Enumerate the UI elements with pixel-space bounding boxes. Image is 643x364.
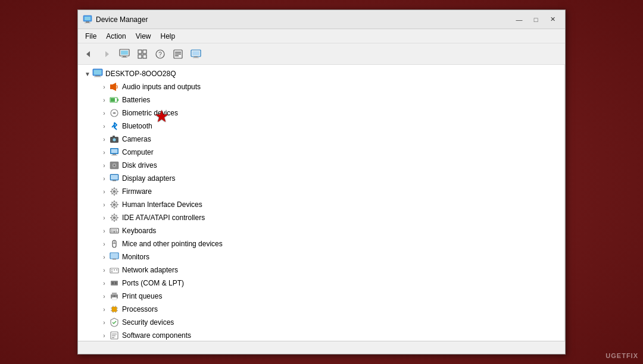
tree-item[interactable]: ›Display adapters (80, 172, 564, 185)
tree-item[interactable]: ›Batteries (80, 93, 564, 106)
menu-help[interactable]: Help (156, 31, 180, 42)
expand-chevron[interactable]: › (99, 306, 109, 313)
status-bar (78, 341, 565, 354)
tree-item[interactable]: ›Firmware (80, 185, 564, 198)
device-category-icon (109, 121, 120, 131)
svg-rect-46 (113, 180, 116, 181)
device-category-label: Bluetooth (122, 122, 152, 130)
monitor-icon (191, 49, 201, 59)
tree-item[interactable]: ›Mice and other pointing devices (80, 237, 564, 250)
minimize-button[interactable]: — (511, 14, 527, 26)
svg-rect-8 (123, 56, 126, 57)
menu-file[interactable]: File (80, 31, 101, 42)
tree-panel[interactable]: ▼ DESKTOP-8OOO28Q ›Audio inputs and outp… (78, 65, 565, 341)
expand-chevron[interactable]: › (99, 267, 109, 274)
expand-chevron[interactable]: › (99, 332, 109, 339)
forward-button[interactable] (98, 46, 115, 62)
device-category-label: Human Interface Devices (122, 200, 202, 209)
expand-chevron[interactable]: › (99, 84, 109, 90)
tree-item[interactable]: ›Audio inputs and outputs (80, 80, 564, 93)
svg-rect-54 (111, 230, 113, 231)
tree-item[interactable]: ›Biometric devices (80, 106, 564, 120)
device-category-label: Processors (122, 305, 158, 313)
tree-item[interactable]: ›Print queues (80, 290, 564, 303)
menu-view[interactable]: View (131, 31, 156, 42)
device-button[interactable] (188, 46, 204, 62)
back-button[interactable] (80, 46, 97, 62)
svg-rect-72 (112, 282, 114, 284)
tree-item[interactable]: ›Monitors (80, 250, 564, 263)
expand-chevron[interactable]: › (99, 149, 109, 156)
computer-icon (119, 49, 130, 59)
content-area: ▼ DESKTOP-8OOO28Q ›Audio inputs and outp… (78, 65, 565, 341)
svg-rect-31 (117, 99, 118, 101)
svg-rect-9 (121, 57, 127, 58)
device-category-label: Monitors (122, 253, 149, 261)
device-category-icon (109, 330, 120, 341)
tree-item[interactable]: ›Network adapters (80, 263, 564, 277)
device-category-icon (109, 81, 120, 92)
svg-marker-5 (105, 51, 109, 57)
tree-items: ›Audio inputs and outputs›Batteries›Biom… (80, 80, 564, 341)
tree-item[interactable]: ›Processors (80, 303, 564, 316)
tree-item[interactable]: ›Ports (COM & LPT) (80, 277, 564, 290)
device-category-label: Audio inputs and outputs (122, 83, 201, 91)
svg-rect-32 (111, 98, 115, 102)
expand-chevron[interactable]: › (99, 110, 109, 117)
expand-chevron[interactable]: › (99, 254, 109, 261)
toolbar: ? (78, 43, 565, 65)
svg-rect-1 (85, 17, 90, 20)
svg-rect-68 (114, 269, 115, 271)
expand-chevron[interactable]: › (99, 189, 109, 195)
svg-rect-38 (111, 149, 118, 153)
tree-item[interactable]: ›Software components (80, 329, 564, 341)
expand-chevron[interactable]: › (99, 175, 109, 182)
title-left: Device Manager (83, 15, 148, 24)
tree-item[interactable]: ›Computer (80, 146, 564, 159)
tree-item[interactable]: ›Keyboards (80, 224, 564, 237)
svg-point-47 (113, 190, 116, 193)
menu-action[interactable]: Action (101, 31, 130, 42)
tree-item[interactable]: ›Bluetooth (80, 120, 564, 133)
expand-chevron[interactable]: › (99, 202, 109, 208)
expand-chevron[interactable]: › (99, 123, 109, 130)
tree-item[interactable]: ›IDE ATA/ATAPI controllers (80, 211, 564, 224)
device-category-label: Biometric devices (122, 109, 178, 117)
expand-chevron[interactable]: › (99, 293, 109, 300)
expand-chevron[interactable]: › (99, 241, 109, 247)
device-category-label: Print queues (122, 292, 162, 300)
grid-view-button[interactable] (134, 46, 151, 62)
expand-chevron[interactable]: › (99, 319, 109, 326)
expand-chevron[interactable]: › (99, 228, 109, 234)
expand-chevron[interactable]: › (99, 136, 109, 143)
device-category-label: Firmware (122, 187, 152, 196)
svg-rect-70 (111, 271, 113, 272)
expand-chevron[interactable]: › (99, 280, 109, 287)
expand-chevron[interactable]: › (99, 162, 109, 169)
tree-item[interactable]: ›Security devices (80, 316, 564, 329)
expand-chevron[interactable]: › (99, 97, 109, 103)
close-button[interactable]: ✕ (545, 14, 560, 26)
svg-rect-65 (113, 259, 116, 260)
svg-rect-12 (138, 55, 142, 58)
svg-marker-29 (113, 83, 116, 91)
svg-rect-26 (95, 76, 100, 77)
tree-item[interactable]: ›Disk drives (80, 159, 564, 172)
expand-chevron[interactable]: › (99, 215, 109, 221)
help-button[interactable]: ? (152, 46, 168, 62)
device-category-label: Mice and other pointing devices (122, 240, 223, 248)
tree-item[interactable]: ›Human Interface Devices (80, 198, 564, 211)
svg-rect-58 (113, 231, 116, 233)
tree-item[interactable]: ›Cameras (80, 133, 564, 146)
computer-view-button[interactable] (116, 46, 133, 62)
device-category-icon (109, 186, 120, 197)
svg-rect-28 (110, 84, 113, 89)
properties-button[interactable] (170, 46, 186, 62)
svg-rect-10 (138, 50, 142, 54)
svg-rect-59 (116, 231, 117, 233)
device-category-icon (109, 147, 120, 158)
svg-rect-45 (111, 175, 118, 180)
root-item[interactable]: ▼ DESKTOP-8OOO28Q (80, 67, 564, 80)
svg-rect-64 (111, 253, 118, 258)
maximize-button[interactable]: □ (528, 14, 544, 26)
